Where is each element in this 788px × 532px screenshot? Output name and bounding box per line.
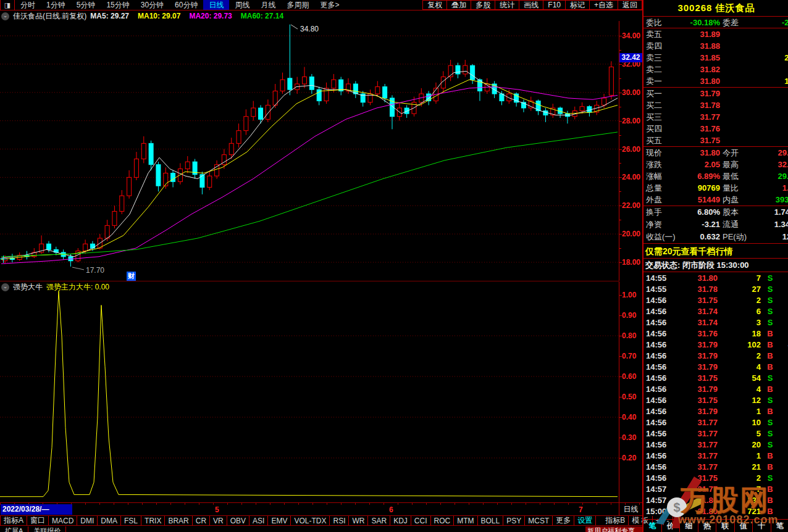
- tick-volume: 102: [724, 339, 761, 351]
- indicator-tab-TRIX[interactable]: TRIX: [141, 516, 165, 525]
- period-tab-1分钟[interactable]: 1分钟: [41, 0, 71, 10]
- toolbar-button-统计[interactable]: 统计: [495, 0, 519, 10]
- tick-time: 14:56: [646, 417, 666, 428]
- indicator-tab-CCI[interactable]: CCI: [411, 516, 431, 525]
- promo-banner[interactable]: 新用户福利专享: [585, 526, 642, 532]
- window-split-icon[interactable]: ◨: [0, 0, 15, 10]
- toolbar-button-画线[interactable]: 画线: [519, 0, 543, 10]
- indicator-tab-EMV[interactable]: EMV: [268, 516, 291, 525]
- candle-body: [207, 176, 212, 187]
- quote-value: 29.80: [747, 147, 788, 159]
- tick-volume: 4: [724, 362, 761, 373]
- toolbar-button-叠加[interactable]: 叠加: [446, 0, 471, 10]
- indicator-tab-KDJ[interactable]: KDJ: [390, 516, 411, 525]
- indicator-tab-更多[interactable]: 更多: [553, 516, 574, 525]
- indicator-tab-RSI[interactable]: RSI: [330, 516, 349, 525]
- mini-tab-笔-7[interactable]: 笔: [771, 520, 788, 532]
- candle-body: [602, 98, 606, 105]
- axis-minor-tick: [619, 220, 621, 220]
- mini-tab-联-4[interactable]: 联: [716, 520, 735, 532]
- mini-tab-热-3[interactable]: 热: [698, 520, 717, 532]
- indicator-tab-指标A[interactable]: 指标A: [0, 516, 27, 525]
- tick-volume: 20: [724, 439, 761, 451]
- tick-price: 31.74: [671, 317, 718, 328]
- toolbar-button-F10[interactable]: F10: [543, 0, 566, 10]
- mini-tab-十-6[interactable]: 十: [753, 520, 771, 532]
- indicator-tab-SAR[interactable]: SAR: [368, 516, 390, 525]
- period-tab-15分钟[interactable]: 15分钟: [101, 0, 135, 10]
- indicator-tab-MCST[interactable]: MCST: [525, 516, 553, 525]
- mini-tab-笔-0[interactable]: 笔: [643, 520, 662, 532]
- financial-row: 换手6.80%股本1.74亿: [643, 206, 788, 218]
- indicator-canvas[interactable]: [0, 293, 619, 503]
- weibi-row: 委比-30.18%委差-249: [643, 17, 788, 28]
- tick-direction: S: [766, 428, 774, 439]
- order-label: 卖二: [646, 64, 662, 75]
- indicator-tab-FSL[interactable]: FSL: [121, 516, 141, 525]
- toolbar-button-标记[interactable]: 标记: [565, 0, 590, 10]
- indicator-tab-VOL-TDX[interactable]: VOL-TDX: [291, 516, 330, 525]
- tick-count: 72: [774, 506, 788, 517]
- tick-direction: S: [766, 395, 774, 406]
- candle-body: [332, 80, 336, 88]
- toolbar-button-复权[interactable]: 复权: [422, 0, 447, 10]
- toolbar-button-多股[interactable]: 多股: [471, 0, 495, 10]
- indicator-tab-MACD[interactable]: MACD: [49, 516, 77, 525]
- indicator-tab-DMI[interactable]: DMI: [77, 516, 98, 525]
- period-tab-5分钟[interactable]: 5分钟: [71, 0, 101, 10]
- mini-tab-细-2[interactable]: 细: [680, 520, 698, 532]
- quote-label: 涨跌: [646, 159, 662, 170]
- indicator-tab-WR[interactable]: WR: [349, 516, 368, 525]
- secondary-tab-关联报价[interactable]: 关联报价: [28, 526, 66, 532]
- indicator-tab-ROC[interactable]: ROC: [431, 516, 455, 525]
- tick-price: 31.79: [671, 362, 718, 373]
- order-volume: 76: [747, 123, 788, 135]
- indicator-tab-BOLL[interactable]: BOLL: [478, 516, 504, 525]
- main-chart-canvas[interactable]: 34.8017.70: [0, 21, 619, 281]
- quote-label: 最低: [723, 170, 739, 182]
- period-tab-周线[interactable]: 周线: [229, 0, 255, 10]
- period-tab-更多>[interactable]: 更多>: [314, 0, 345, 10]
- toolbar-button-+自选[interactable]: +自选: [589, 0, 618, 10]
- fin-value: -3.21: [668, 218, 720, 230]
- indicator-tab-窗口[interactable]: 窗口: [27, 516, 49, 525]
- tick-price: 31.79: [671, 406, 718, 417]
- tick-direction: S: [766, 417, 774, 428]
- mini-tab-价-1[interactable]: 价: [662, 520, 681, 532]
- tick-volume: 7: [724, 273, 761, 284]
- period-tab-日线[interactable]: 日线: [203, 0, 229, 10]
- indicator-tab-VR[interactable]: VR: [210, 516, 227, 525]
- current-price-marker: 32.42: [619, 53, 642, 62]
- indicator-tab-OBV[interactable]: OBV: [227, 516, 249, 525]
- mini-tab-值-5[interactable]: 值: [735, 520, 753, 532]
- toolbar-button-返回[interactable]: 返回: [618, 0, 642, 10]
- indicator-tab-CR[interactable]: CR: [193, 516, 210, 525]
- indicator-tab-DMA[interactable]: DMA: [98, 516, 121, 525]
- indicator-tab-设置[interactable]: 设置: [574, 516, 596, 525]
- tick-row: 14:5731.80233B19: [643, 495, 788, 506]
- period-tab-月线[interactable]: 月线: [255, 0, 281, 10]
- order-price: 31.78: [668, 99, 720, 111]
- order-label: 买一: [646, 88, 662, 99]
- quote-label: 最高: [723, 159, 739, 170]
- period-tab-多周期[interactable]: 多周期: [281, 0, 314, 10]
- indicator-tab-MTM[interactable]: MTM: [454, 516, 477, 525]
- ma-value: MA10: 29.07: [138, 12, 180, 20]
- indicator-tab-PSY[interactable]: PSY: [503, 516, 525, 525]
- cai-news-badge[interactable]: 财: [127, 272, 136, 281]
- period-tab-60分钟[interactable]: 60分钟: [169, 0, 203, 10]
- chevron-down-icon[interactable]: ⌄: [1, 283, 9, 291]
- period-tab-分时[interactable]: 分时: [15, 0, 41, 10]
- tick-price: 31.80: [671, 506, 718, 517]
- tick-price: 31.75: [671, 473, 718, 484]
- level2-promo-link[interactable]: 仅需20元查看千档行情: [643, 244, 788, 258]
- chevron-down-icon[interactable]: ⌄: [1, 12, 9, 20]
- secondary-tab-扩展A[interactable]: 扩展A: [0, 526, 28, 532]
- indicator-tab-BRAR[interactable]: BRAR: [165, 516, 192, 525]
- indicator-tab-ASI[interactable]: ASI: [249, 516, 268, 525]
- quote-label: 内盘: [723, 194, 739, 206]
- indicator-tab-指标B[interactable]: 指标B: [602, 516, 629, 525]
- period-tab-30分钟[interactable]: 30分钟: [135, 0, 169, 10]
- tick-direction: B: [766, 351, 774, 362]
- quote-label: 现价: [646, 147, 662, 159]
